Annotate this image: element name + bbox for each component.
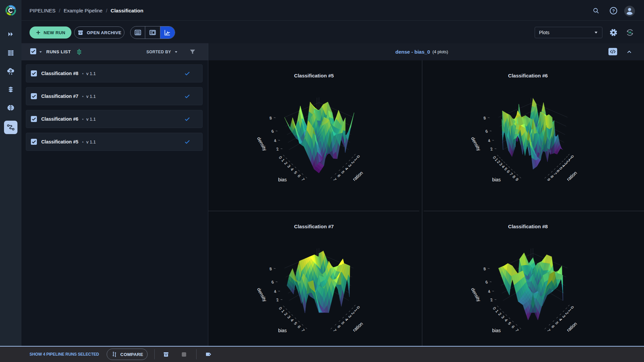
svg-text:6: 6 <box>550 324 555 329</box>
svg-text:4: 4 <box>273 138 277 143</box>
svg-text:6: 6 <box>271 129 274 134</box>
svg-text:4: 4 <box>289 167 294 172</box>
svg-text:7: 7 <box>332 177 337 182</box>
svg-text:3: 3 <box>286 164 291 169</box>
svg-text:2: 2 <box>490 146 493 152</box>
svg-text:7: 7 <box>546 328 551 333</box>
svg-text:6: 6 <box>511 324 516 329</box>
svg-text:6: 6 <box>336 174 341 178</box>
svg-text:2: 2 <box>497 312 502 316</box>
svg-text:6: 6 <box>336 324 341 329</box>
svg-text:5: 5 <box>293 170 298 175</box>
svg-text:bias: bias <box>278 328 287 333</box>
svg-text:8: 8 <box>512 174 517 179</box>
svg-text:ration: ration <box>352 321 364 333</box>
svg-text:6: 6 <box>485 280 488 285</box>
svg-text:9: 9 <box>515 177 520 182</box>
svg-text:1: 1 <box>494 309 499 313</box>
svg-text:4: 4 <box>487 138 491 143</box>
svg-text:5: 5 <box>340 170 345 175</box>
svg-text:4: 4 <box>503 318 508 322</box>
svg-text:density: density <box>256 136 268 152</box>
svg-text:6: 6 <box>297 324 302 329</box>
svg-text:Classification #8: Classification #8 <box>508 224 548 229</box>
svg-text:7: 7 <box>301 177 306 182</box>
svg-text:8: 8 <box>269 266 272 272</box>
svg-text:8: 8 <box>269 116 272 121</box>
svg-text:density: density <box>256 287 268 303</box>
svg-text:Classification #5: Classification #5 <box>294 73 334 78</box>
svg-text:6: 6 <box>271 280 274 285</box>
svg-text:ration: ration <box>566 170 578 182</box>
svg-text:8: 8 <box>483 266 486 272</box>
svg-text:7: 7 <box>332 328 337 333</box>
svg-text:3: 3 <box>500 315 505 319</box>
svg-text:6: 6 <box>297 174 302 178</box>
svg-text:3: 3 <box>286 315 291 319</box>
svg-text:8: 8 <box>483 116 486 121</box>
svg-text:bias: bias <box>492 328 501 333</box>
svg-text:1: 1 <box>280 158 285 163</box>
svg-text:5: 5 <box>293 321 298 326</box>
svg-text:2: 2 <box>276 297 279 302</box>
svg-text:?: ? <box>612 8 615 13</box>
svg-text:density: density <box>470 136 482 152</box>
svg-text:bias: bias <box>278 177 287 182</box>
svg-text:9: 9 <box>546 177 551 182</box>
svg-text:ration: ration <box>352 170 364 182</box>
svg-text:Classification #6: Classification #6 <box>508 73 548 78</box>
svg-text:Classification #7: Classification #7 <box>294 224 334 229</box>
svg-text:7: 7 <box>515 328 520 333</box>
svg-text:7: 7 <box>301 328 306 333</box>
svg-text:4: 4 <box>487 289 491 294</box>
svg-text:5: 5 <box>507 321 512 326</box>
svg-text:2: 2 <box>276 146 279 152</box>
svg-text:5: 5 <box>340 321 345 325</box>
svg-text:1: 1 <box>280 309 285 313</box>
svg-text:4: 4 <box>273 289 277 294</box>
svg-text:2: 2 <box>490 297 493 302</box>
svg-text:density: density <box>470 287 482 303</box>
svg-text:4: 4 <box>289 318 294 322</box>
svg-text:ration: ration <box>566 321 578 333</box>
svg-text:2: 2 <box>283 312 288 316</box>
svg-text:bias: bias <box>492 177 501 182</box>
svg-text:2: 2 <box>283 161 288 166</box>
svg-text:6: 6 <box>485 129 488 134</box>
svg-text:5: 5 <box>554 321 559 325</box>
